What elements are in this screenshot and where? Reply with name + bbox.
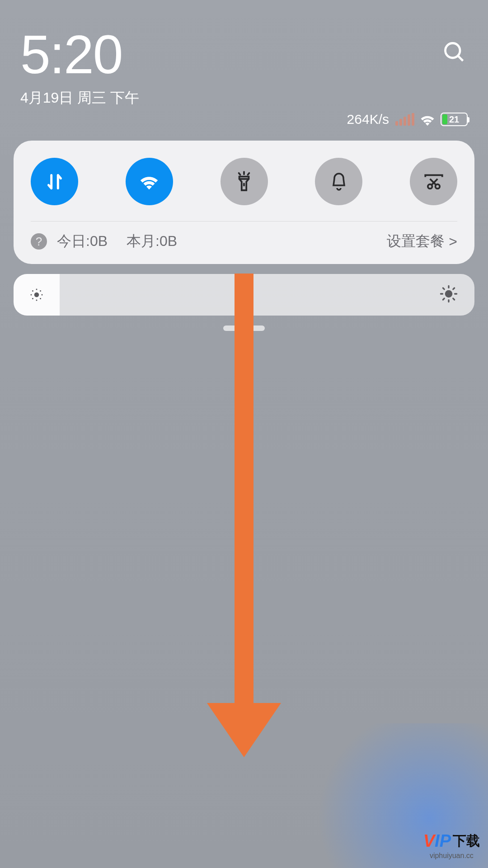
mobile-data-toggle[interactable]: [31, 158, 78, 205]
watermark-dl: 下载: [453, 832, 480, 850]
battery-percent: 21: [441, 114, 467, 125]
svg-rect-23: [440, 293, 443, 294]
brightness-low-icon: [28, 287, 45, 303]
svg-point-14: [31, 294, 32, 296]
svg-line-6: [248, 173, 249, 175]
wifi-icon: [137, 170, 161, 193]
svg-point-16: [32, 290, 33, 292]
svg-line-1: [458, 56, 463, 61]
svg-point-13: [36, 300, 38, 301]
flashlight-icon: [233, 170, 255, 193]
flashlight-toggle[interactable]: [221, 158, 268, 205]
svg-rect-22: [448, 299, 449, 302]
svg-point-0: [446, 43, 460, 58]
instruction-arrow: [207, 274, 281, 757]
watermark-url: viphuiyuan.cc: [430, 852, 474, 860]
svg-line-5: [239, 173, 240, 175]
watermark-ip: IP: [435, 831, 451, 851]
help-icon[interactable]: ?: [31, 233, 47, 250]
screenshot-toggle[interactable]: [410, 158, 457, 205]
quick-settings-panel: ? 今日:0B 本月:0B 设置套餐 >: [14, 141, 474, 264]
watermark: VIP下载 viphuiyuan.cc: [423, 831, 480, 860]
network-speed: 264K/s: [347, 112, 389, 127]
wifi-toggle[interactable]: [126, 158, 173, 205]
scissors-screen-icon: [422, 170, 445, 193]
svg-point-18: [32, 298, 33, 299]
svg-point-17: [40, 290, 41, 292]
svg-rect-21: [448, 285, 449, 288]
status-bar: 264K/s 21: [0, 112, 488, 127]
clock-time: 5:20: [20, 27, 441, 81]
cellular-signal-icon: [395, 113, 414, 126]
search-button[interactable]: [441, 38, 468, 66]
header: 5:20 4月19日 周三 下午: [0, 0, 488, 117]
mute-toggle[interactable]: [315, 158, 362, 205]
data-month: 本月:0B: [127, 231, 177, 251]
svg-rect-24: [454, 293, 457, 294]
svg-point-15: [42, 294, 43, 296]
data-today: 今日:0B: [57, 231, 108, 251]
svg-point-19: [40, 298, 41, 299]
brightness-fill: [14, 274, 60, 316]
wifi-status-icon: [418, 112, 437, 127]
watermark-v: V: [423, 831, 435, 851]
svg-point-12: [36, 289, 38, 290]
divider: [31, 221, 457, 222]
svg-point-20: [445, 290, 453, 298]
brightness-high-icon: [439, 284, 459, 304]
svg-rect-25: [442, 287, 446, 291]
mobile-data-icon: [43, 170, 66, 193]
bell-icon: [328, 171, 350, 193]
svg-rect-26: [452, 297, 455, 301]
svg-rect-28: [442, 297, 446, 301]
svg-rect-27: [452, 287, 455, 291]
data-usage-row[interactable]: ? 今日:0B 本月:0B 设置套餐 >: [31, 231, 457, 251]
search-icon: [442, 40, 466, 64]
clock-date: 4月19日 周三 下午: [20, 88, 441, 108]
set-plan-link[interactable]: 设置套餐 >: [387, 231, 457, 251]
battery-icon: 21: [441, 113, 468, 126]
svg-point-11: [34, 292, 39, 297]
